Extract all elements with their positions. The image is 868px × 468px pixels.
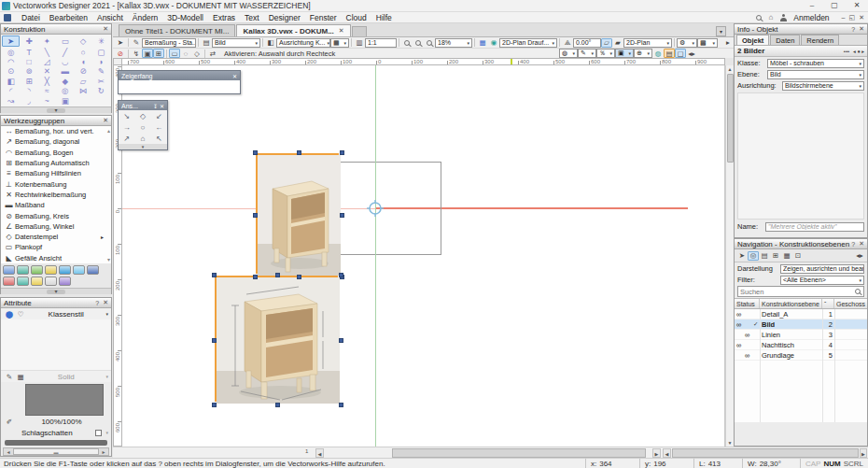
toolset-icon[interactable]	[17, 265, 29, 275]
toolgroup-item[interactable]: ▬Maßband	[1, 200, 111, 210]
selected-image-photo[interactable]	[256, 153, 339, 274]
ebene-combo[interactable]: Bild▾	[767, 70, 864, 79]
scroll-up-icon[interactable]: ▴	[107, 127, 110, 134]
visibility-icon[interactable]: ∞	[735, 319, 743, 329]
tool-icon[interactable]: ⊙	[2, 66, 20, 76]
plane-mode2-icon[interactable]: ▰	[612, 38, 623, 48]
selection-handle[interactable]	[253, 213, 258, 218]
select-mode2-icon[interactable]: ⊞	[153, 49, 164, 58]
col-geschoss[interactable]: Geschoss	[834, 299, 867, 308]
col-ebene[interactable]: Konstruktionsebene	[760, 299, 822, 308]
globe-icon[interactable]: ◍	[652, 49, 664, 58]
chevron-down-icon[interactable]: ▾	[105, 374, 108, 379]
scroll-down-icon[interactable]: ▼	[726, 439, 734, 447]
pin-icon[interactable]: ↧	[153, 103, 158, 109]
close-button[interactable]: ✕	[846, 0, 868, 11]
grayed-icon[interactable]	[743, 309, 751, 319]
tool-icon[interactable]: ◠	[2, 57, 20, 66]
pen-attributes-icon[interactable]: ♡	[15, 309, 26, 319]
menu-aendern[interactable]: Ändern	[128, 13, 162, 22]
close-icon[interactable]: ✕	[859, 240, 864, 248]
nav-mode-icon[interactable]: ➤	[736, 251, 748, 261]
tool-icon[interactable]: ╲	[38, 47, 56, 56]
tool-icon[interactable]: ◎	[2, 47, 20, 56]
toolgroup-item[interactable]: ▭Plankopf	[1, 242, 111, 252]
close-icon[interactable]: ✕	[103, 299, 108, 306]
grid-combo[interactable]: ▦▾	[330, 38, 349, 48]
minimize-button[interactable]: –	[801, 0, 823, 11]
ansichten-palette[interactable]: Ans... ↧ ✕ ↘◇↙→○←↗⌂↖ ▾	[118, 100, 168, 150]
selection-handle[interactable]	[339, 403, 343, 407]
opacity-bar[interactable]	[5, 440, 107, 446]
tool-icon[interactable]: ✚	[20, 35, 37, 47]
nav-mode-icon[interactable]: ⊞	[770, 251, 781, 261]
poly-select-icon[interactable]: ◇	[191, 49, 203, 58]
toolgroup-item[interactable]: ⊘Bemaßung, Kreis	[1, 210, 111, 220]
nav-overflow-icon[interactable]: ◂▸	[854, 251, 865, 261]
help-icon[interactable]: ?	[851, 26, 855, 33]
tool-icon[interactable]: ◝	[20, 86, 37, 95]
mdi-close-button[interactable]: ✕	[859, 14, 864, 21]
toolgroup-item[interactable]: ≡Bemaßung Hilfslinien	[1, 168, 111, 178]
flyover-icon[interactable]: ◉	[488, 38, 499, 48]
disable-snap-icon[interactable]: ⊘	[115, 49, 126, 58]
scroll-left-icon[interactable]: ◀	[315, 448, 324, 458]
toolgroup-item[interactable]: ◇Datenstempel▸	[1, 232, 111, 242]
tool-icon[interactable]: ~	[38, 96, 56, 106]
chevron-down-icon[interactable]: ▾	[105, 311, 108, 317]
view-arrow-icon[interactable]: ○	[134, 121, 150, 133]
tool-icon[interactable]: ▣	[56, 96, 74, 106]
navigation-panel-header[interactable]: Navigation - Konstruktionsebenen ? ✕	[735, 239, 867, 249]
filter-combo[interactable]: <Alle Ebenen>▾	[780, 276, 864, 285]
selection-handle[interactable]	[340, 150, 344, 155]
tool-icon[interactable]: ◞	[20, 96, 37, 106]
toolgroup-item[interactable]: ↗Bemaßung, diagonal	[1, 136, 111, 147]
fill-attributes-icon[interactable]: ⬤	[4, 309, 15, 319]
visibility-icon[interactable]: ∞	[735, 309, 743, 319]
visibility-icon[interactable]: ∞	[735, 340, 743, 349]
tool-icon[interactable]: ○	[74, 47, 91, 56]
nav-mode-icon[interactable]: ▤	[759, 251, 770, 261]
toolset-icon[interactable]	[31, 265, 43, 275]
menu-hilfe[interactable]: Hilfe	[371, 13, 397, 22]
render-mode-combo[interactable]: ▩▾	[697, 38, 718, 48]
toolset-icon[interactable]	[45, 265, 57, 275]
toolgroup-item[interactable]: ✕Rechtwinkelbemaßung	[1, 190, 111, 200]
toolset-icon[interactable]	[73, 265, 85, 275]
tool-icon[interactable]: ✦	[38, 35, 56, 47]
nav-mode-icon[interactable]: ⊡	[792, 251, 804, 261]
signin-link[interactable]: Anmelden	[793, 13, 829, 22]
menu-bearbeiten[interactable]: Bearbeiten	[45, 13, 92, 22]
werkzeuggruppen-collapse[interactable]: ▾	[1, 288, 111, 294]
ansichten-header[interactable]: Ans... ↧ ✕	[119, 101, 167, 110]
scroll-left-icon[interactable]: ◂	[4, 448, 13, 455]
view-arrow-icon[interactable]: ↖	[151, 133, 167, 144]
selection-handle[interactable]	[212, 403, 217, 407]
tool-icon[interactable]: ⊘	[74, 66, 91, 76]
tool-icon[interactable]: ⊞	[20, 77, 37, 86]
tool-icon[interactable]: ⋈	[74, 86, 91, 95]
darstellung-combo[interactable]: Zeigen, ausrichten und bearbeiten▾	[780, 264, 864, 274]
scroll-down-icon[interactable]: ▾	[107, 256, 110, 262]
tool-icon[interactable]: ✳	[92, 35, 110, 47]
selection-handle[interactable]	[297, 275, 301, 279]
tool-icon[interactable]: ◖	[74, 57, 91, 66]
grayed-icon[interactable]	[743, 340, 751, 349]
tool-icon[interactable]: ▱	[74, 77, 91, 86]
grayed-icon[interactable]: ∞	[743, 350, 751, 360]
layer-combo[interactable]: Bild▾	[212, 38, 260, 48]
hscrollbar-thumb[interactable]	[392, 448, 646, 458]
toolgroup-item[interactable]: ⊞Bemaßung Automatisch	[1, 158, 111, 168]
toolgroup-item[interactable]: ⊥Kotenbemaßung	[1, 178, 111, 189]
tool-icon[interactable]: ▬	[56, 66, 74, 76]
scroll-left2-icon[interactable]: ◀	[663, 448, 671, 458]
multi-view-icon[interactable]: ▦	[477, 38, 488, 48]
toolgroup-item[interactable]: ◣Gefälle Ansicht	[1, 253, 111, 263]
selection-handle[interactable]	[340, 213, 344, 218]
close-icon[interactable]: ✕	[103, 25, 108, 33]
tool-icon[interactable]: ◗	[92, 57, 110, 66]
scale-field[interactable]: 1:1	[365, 38, 397, 48]
stamp-icon[interactable]: ✐	[4, 417, 15, 426]
tool-icon[interactable]: ⊚	[20, 66, 37, 76]
toolset-icon[interactable]	[45, 277, 57, 286]
